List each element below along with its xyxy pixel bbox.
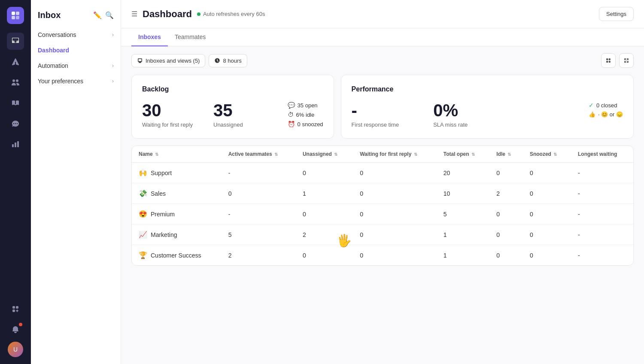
- cell-active-teammates: 0: [222, 183, 296, 204]
- topbar: ☰ Dashboard Auto refreshes every 60s Set…: [121, 0, 644, 28]
- rail-analytics-icon[interactable]: [7, 136, 24, 153]
- sidebar-item-conversations[interactable]: Conversations ›: [31, 27, 121, 42]
- cell-name: 🏆 Customer Success: [132, 245, 222, 266]
- sla-label: SLA miss rate: [433, 121, 468, 128]
- cell-idle: 2: [489, 183, 523, 204]
- performance-stats: - First response time 0% SLA miss rate ✓…: [352, 102, 623, 128]
- sort-icon: ⇅: [414, 152, 417, 157]
- table-head: Name ⇅ Active teammates ⇅ Unassigned ⇅: [132, 146, 633, 163]
- first-response-value: -: [352, 102, 399, 119]
- sidebar-item-dashboard[interactable]: Dashboard: [31, 42, 121, 58]
- col-name[interactable]: Name ⇅: [132, 146, 222, 163]
- cards-row: Backlog 30 Waiting for first reply 35 Un…: [131, 75, 634, 139]
- inbox-name-text: Customer Success: [151, 252, 201, 259]
- sidebar-header: Inbox ✏️ 🔍: [31, 7, 121, 27]
- cell-name: 💸 Sales: [132, 183, 222, 204]
- svg-rect-1: [16, 12, 19, 15]
- cell-waiting-first-reply: 0: [353, 163, 437, 183]
- sidebar-header-actions: ✏️ 🔍: [93, 11, 114, 19]
- inbox-name-text: Support: [151, 170, 172, 176]
- inbox-emoji: 🏆: [139, 251, 147, 259]
- waiting-label: Waiting for first reply: [142, 121, 193, 128]
- chevron-right-icon: ›: [112, 78, 114, 84]
- perf-side-stats: ✓ 0 closed 👍 · 😊 or 😞: [589, 102, 623, 118]
- rail-bell-icon[interactable]: [7, 321, 24, 338]
- inboxes-filter-button[interactable]: Inboxes and views (5): [131, 54, 205, 67]
- cell-waiting-first-reply: 0: [353, 204, 437, 224]
- tab-teammates[interactable]: Teammates: [168, 28, 213, 46]
- expand-button[interactable]: [619, 53, 634, 68]
- cell-name: 📈 Marketing: [132, 224, 222, 245]
- sidebar-item-label: Dashboard: [38, 47, 69, 54]
- rail-book-icon[interactable]: [7, 94, 24, 112]
- clock-icon: [214, 58, 220, 64]
- menu-icon[interactable]: ☰: [131, 10, 137, 18]
- backlog-title: Backlog: [142, 85, 323, 93]
- cell-idle: 0: [489, 204, 523, 224]
- cell-longest-waiting: -: [571, 163, 633, 183]
- open-icon: 💬: [288, 102, 295, 109]
- settings-button[interactable]: Settings: [599, 7, 634, 21]
- notification-badge: [19, 323, 22, 326]
- inboxes-filter-label: Inboxes and views (5): [146, 58, 200, 64]
- col-idle[interactable]: Idle ⇅: [489, 146, 523, 163]
- cell-unassigned: 0: [296, 204, 353, 224]
- waiting-number: 30: [142, 102, 193, 119]
- table-row[interactable]: 🙌 Support - 0 0 20 0 0 -: [132, 163, 633, 183]
- sort-icon: ⇅: [274, 152, 278, 157]
- inbox-emoji: 🙌: [139, 169, 147, 177]
- cell-waiting-first-reply: 0: [353, 245, 437, 266]
- inbox-emoji: 💸: [139, 189, 147, 197]
- app-logo[interactable]: [7, 7, 24, 24]
- cell-total-open: 20: [437, 163, 490, 183]
- col-snoozed[interactable]: Snoozed ⇅: [523, 146, 571, 163]
- cell-waiting-first-reply: 0: [353, 183, 437, 204]
- col-total-open[interactable]: Total open ⇅: [437, 146, 490, 163]
- snoozed-stat: ⏰ 0 snoozed: [288, 121, 323, 127]
- cell-longest-waiting: -: [571, 224, 633, 245]
- col-active-teammates[interactable]: Active teammates ⇅: [222, 146, 296, 163]
- col-longest-waiting[interactable]: Longest waiting: [571, 146, 633, 163]
- cell-idle: 0: [489, 245, 523, 266]
- user-avatar[interactable]: U: [8, 342, 23, 357]
- inbox-table: Name ⇅ Active teammates ⇅ Unassigned ⇅: [131, 146, 634, 266]
- cell-idle: 0: [489, 163, 523, 183]
- open-stat: 💬 35 open: [288, 102, 323, 109]
- main-content: ☰ Dashboard Auto refreshes every 60s Set…: [121, 0, 644, 364]
- chevron-right-icon: ›: [112, 32, 114, 38]
- table-row[interactable]: 🏆 Customer Success 2 0 0 1 0 0 -: [132, 245, 633, 266]
- sidebar-item-label: Conversations: [38, 31, 76, 38]
- cell-unassigned: 1: [296, 183, 353, 204]
- rail-contacts-icon[interactable]: [7, 74, 24, 91]
- sort-icon: ⇅: [471, 152, 475, 157]
- table-row[interactable]: 📈 Marketing 5 2 0 1 0 0 -: [132, 224, 633, 245]
- rail-grid-icon[interactable]: [7, 300, 24, 318]
- tabs-bar: Inboxes Teammates: [121, 28, 644, 46]
- table-row[interactable]: 💸 Sales 0 1 0 10 2 0 -: [132, 183, 633, 204]
- compose-icon[interactable]: ✏️: [93, 11, 102, 19]
- grid-view-button[interactable]: [601, 53, 616, 68]
- cell-total-open: 1: [437, 224, 490, 245]
- first-response-stat: - First response time: [352, 102, 399, 128]
- topbar-status: Auto refreshes every 60s: [197, 11, 265, 17]
- search-icon[interactable]: 🔍: [105, 11, 114, 19]
- sidebar-item-preferences[interactable]: Your preferences ›: [31, 73, 121, 89]
- sidebar-item-automation[interactable]: Automation ›: [31, 58, 121, 73]
- rail-chat-icon[interactable]: [7, 115, 24, 132]
- rail-inbox-icon[interactable]: [7, 33, 24, 50]
- sort-icon: ⇅: [507, 152, 511, 157]
- cell-longest-waiting: -: [571, 204, 633, 224]
- tab-inboxes[interactable]: Inboxes: [131, 28, 168, 46]
- hours-filter-button[interactable]: 8 hours: [209, 54, 247, 67]
- main-content-area: Inboxes and views (5) 8 hours: [121, 46, 644, 364]
- table-row[interactable]: 😍 Premium - 0 0 5 0 0 -: [132, 204, 633, 224]
- col-unassigned[interactable]: Unassigned ⇅: [296, 146, 353, 163]
- col-waiting-first-reply[interactable]: Waiting for first reply ⇅: [353, 146, 437, 163]
- cell-unassigned: 0: [296, 163, 353, 183]
- performance-title: Performance: [352, 85, 623, 93]
- snoozed-count: 0 snoozed: [298, 121, 323, 127]
- backlog-main-stats: 30 Waiting for first reply 35 Unassigned: [142, 102, 243, 128]
- rail-send-icon[interactable]: [7, 53, 24, 70]
- sla-value: 0%: [433, 102, 468, 119]
- svg-rect-2: [12, 16, 15, 19]
